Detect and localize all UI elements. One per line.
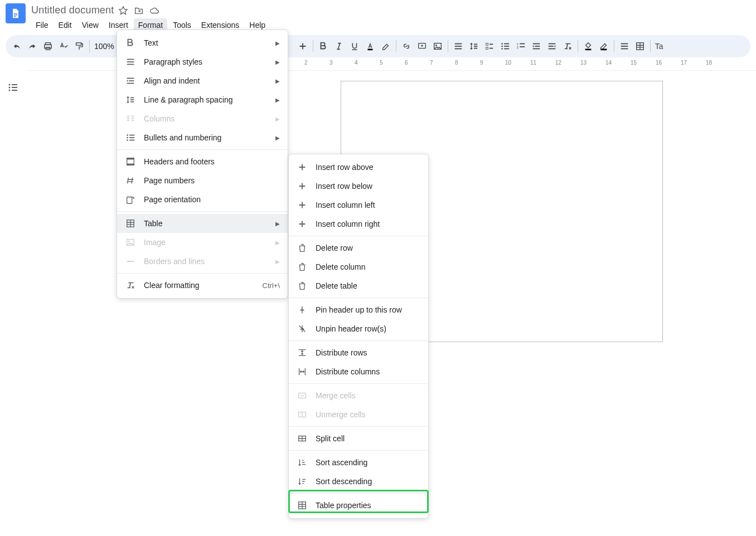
- outline-button[interactable]: [7, 82, 18, 342]
- svg-rect-50: [600, 49, 607, 51]
- zoom-selector[interactable]: 100%: [92, 42, 117, 51]
- table-split-cell[interactable]: Split cell: [289, 429, 428, 448]
- menu-item-label: Clear formatting: [144, 281, 200, 290]
- table-distribute-columns[interactable]: Distribute columns: [289, 362, 428, 381]
- table-insert-row-above[interactable]: Insert row above: [289, 158, 428, 177]
- unmerge-icon: [297, 409, 308, 420]
- menu-item-label: Distribute rows: [316, 348, 367, 357]
- header-footer-icon: [125, 156, 136, 167]
- svg-rect-42: [486, 47, 488, 50]
- svg-rect-32: [14, 13, 18, 14]
- table-delete-column[interactable]: Delete column: [289, 257, 428, 276]
- table-unmerge-cells: Unmerge cells: [289, 405, 428, 424]
- fill-color-button[interactable]: [580, 38, 596, 54]
- justify-button[interactable]: [617, 38, 632, 54]
- checklist-button[interactable]: [482, 38, 497, 54]
- menu-item-label: Text: [144, 38, 158, 47]
- submenu-arrow-icon: ▶: [275, 259, 280, 265]
- menu-item-label: Bullets and numbering: [144, 133, 221, 142]
- line-spacing-icon: [125, 94, 136, 105]
- bulleted-list-button[interactable]: [497, 38, 513, 54]
- italic-button[interactable]: [331, 38, 347, 54]
- menu-item-label: Page numbers: [144, 176, 195, 185]
- format-columns: Columns▶: [117, 109, 288, 128]
- format-bullets-and-numbering[interactable]: Bullets and numbering▶: [117, 128, 288, 147]
- bold-button[interactable]: [316, 38, 331, 54]
- format-align-and-indent[interactable]: Align and indent▶: [117, 71, 288, 90]
- table-unpin-header-row-s-[interactable]: Unpin header row(s): [289, 319, 428, 338]
- print-button[interactable]: [40, 38, 56, 54]
- format-borders-and-lines: Borders and lines▶: [117, 252, 288, 271]
- table-distribute-rows[interactable]: Distribute rows: [289, 343, 428, 362]
- svg-rect-47: [520, 43, 525, 45]
- link-button[interactable]: [399, 38, 414, 54]
- format-text[interactable]: Text▶: [117, 33, 288, 52]
- format-line-paragraph-spacing[interactable]: Line & paragraph spacing▶: [117, 90, 288, 109]
- table-sort-descending[interactable]: Sort descending: [289, 472, 428, 491]
- plus-icon: [297, 218, 308, 230]
- table-sort-ascending[interactable]: Sort ascending: [289, 453, 428, 472]
- insert-plus-button[interactable]: [295, 38, 311, 54]
- menu-item-label: Insert column left: [316, 201, 375, 209]
- bold-icon: [125, 37, 136, 48]
- format-menu: Text▶Paragraph styles▶Align and indent▶L…: [117, 30, 288, 299]
- menu-item-label: Columns: [144, 114, 175, 123]
- submenu-arrow-icon: ▶: [275, 97, 280, 103]
- submenu-arrow-icon: ▶: [275, 78, 280, 84]
- clear-format-icon: [125, 280, 136, 291]
- format-image: Image▶: [117, 233, 288, 252]
- table-delete-row[interactable]: Delete row: [289, 238, 428, 257]
- submenu-arrow-icon: ▶: [275, 135, 280, 141]
- menu-item-label: Image: [144, 238, 166, 247]
- table-insert-column-left[interactable]: Insert column left: [289, 196, 428, 215]
- table-insert-column-right[interactable]: Insert column right: [289, 215, 428, 233]
- comment-button[interactable]: [414, 38, 430, 54]
- svg-rect-43: [490, 44, 493, 45]
- svg-rect-44: [490, 48, 493, 49]
- linespacing-button[interactable]: [466, 38, 482, 54]
- cloud-icon[interactable]: [149, 6, 159, 16]
- format-page-orientation[interactable]: Page orientation: [117, 190, 288, 209]
- decrease-indent-button[interactable]: [529, 38, 544, 54]
- document-title[interactable]: Untitled document: [31, 4, 114, 16]
- clear-format-button[interactable]: [560, 38, 575, 54]
- menu-edit[interactable]: Edit: [54, 18, 76, 32]
- format-page-numbers[interactable]: Page numbers: [117, 171, 288, 190]
- align-button[interactable]: [450, 38, 466, 54]
- move-icon[interactable]: [134, 6, 144, 16]
- underline-button[interactable]: [347, 38, 362, 54]
- highlight-button[interactable]: [378, 38, 394, 54]
- svg-rect-48: [520, 46, 525, 47]
- image-button[interactable]: [430, 38, 445, 54]
- plus-icon: [297, 162, 308, 173]
- text-color-button[interactable]: [362, 38, 378, 54]
- table-insert-row-below[interactable]: Insert row below: [289, 177, 428, 196]
- format-paragraph-styles[interactable]: Paragraph styles▶: [117, 52, 288, 71]
- format-headers-and-footers[interactable]: Headers and footers: [117, 152, 288, 171]
- menu-file[interactable]: File: [31, 18, 53, 32]
- table-button[interactable]: [632, 38, 648, 54]
- menu-item-label: Align and indent: [144, 76, 200, 85]
- indent-icon: [125, 75, 136, 86]
- redo-button[interactable]: [25, 38, 40, 54]
- border-color-button[interactable]: [596, 38, 612, 54]
- paint-format-button[interactable]: [71, 38, 87, 54]
- table-icon: [297, 500, 308, 511]
- increase-indent-button[interactable]: [544, 38, 560, 54]
- table-table-properties[interactable]: Table properties: [289, 496, 428, 515]
- plus-icon: [297, 181, 308, 192]
- unpin-icon: [297, 323, 308, 334]
- table-submenu: Insert row aboveInsert row belowInsert c…: [288, 154, 429, 519]
- docs-logo[interactable]: [6, 3, 26, 23]
- star-icon[interactable]: [118, 6, 128, 16]
- table-delete-table[interactable]: Delete table: [289, 276, 428, 295]
- undo-button[interactable]: [9, 38, 25, 54]
- format-clear-formatting[interactable]: Clear formattingCtrl+\: [117, 276, 288, 295]
- table-merge-cells: Merge cells: [289, 386, 428, 405]
- format-table[interactable]: Table▶: [117, 214, 288, 233]
- submenu-arrow-icon: ▶: [275, 40, 280, 46]
- table-pin-header-up-to-this-row[interactable]: Pin header up to this row: [289, 300, 428, 319]
- menu-view[interactable]: View: [77, 18, 103, 32]
- numbered-list-button[interactable]: 12: [513, 38, 529, 54]
- spellcheck-button[interactable]: [56, 38, 71, 54]
